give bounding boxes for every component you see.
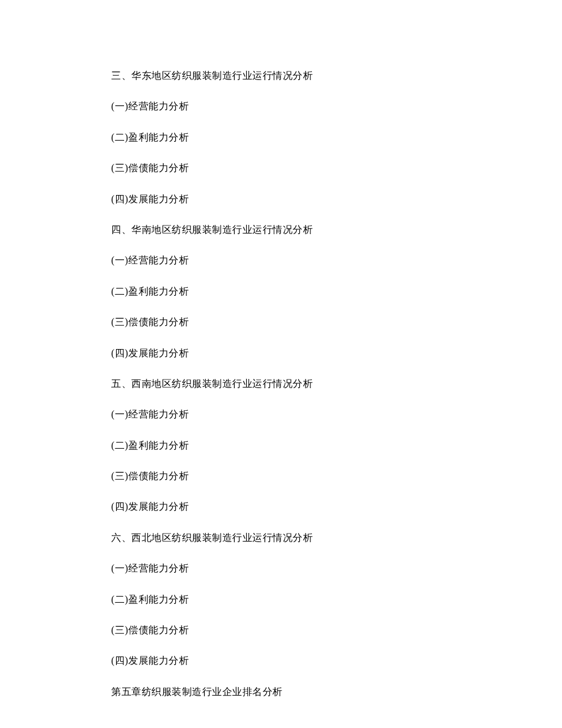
toc-line: 五、西南地区纺织服装制造行业运行情况分析 xyxy=(111,377,452,391)
toc-line: (二)盈利能力分析 xyxy=(111,131,452,144)
toc-line: 第五章纺织服装制造行业企业排名分析 xyxy=(111,685,452,699)
toc-line: (二)盈利能力分析 xyxy=(111,285,452,298)
toc-line: (四)发展能力分析 xyxy=(111,193,452,206)
toc-line: (一)经营能力分析 xyxy=(111,562,452,575)
toc-line: 六、西北地区纺织服装制造行业运行情况分析 xyxy=(111,531,452,545)
toc-line: (三)偿债能力分析 xyxy=(111,161,452,175)
toc-line: (一)经营能力分析 xyxy=(111,408,452,421)
toc-line: (四)发展能力分析 xyxy=(111,500,452,513)
toc-line: (四)发展能力分析 xyxy=(111,654,452,667)
toc-line: (三)偿债能力分析 xyxy=(111,315,452,329)
toc-line: (二)盈利能力分析 xyxy=(111,593,452,606)
toc-line: 四、华南地区纺织服装制造行业运行情况分析 xyxy=(111,223,452,237)
toc-line: (四)发展能力分析 xyxy=(111,347,452,360)
toc-line: 三、华东地区纺织服装制造行业运行情况分析 xyxy=(111,69,452,83)
toc-line: (三)偿债能力分析 xyxy=(111,623,452,637)
toc-line: (一)经营能力分析 xyxy=(111,100,452,113)
toc-line: (一)经营能力分析 xyxy=(111,254,452,267)
toc-line: (二)盈利能力分析 xyxy=(111,439,452,452)
toc-line: (三)偿债能力分析 xyxy=(111,469,452,483)
